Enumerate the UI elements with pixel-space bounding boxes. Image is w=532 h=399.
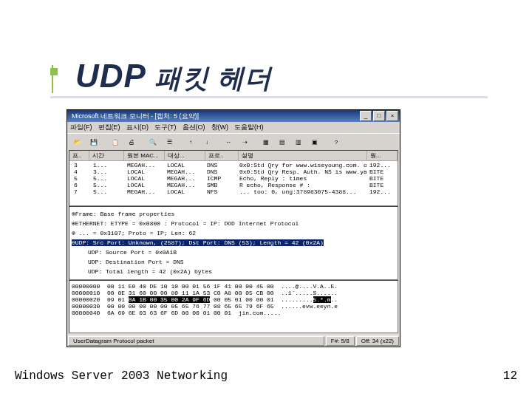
maximize-button[interactable]: □ bbox=[373, 111, 385, 121]
footer-left: Windows Server 2003 Networking bbox=[15, 369, 228, 383]
titlebar[interactable]: Microsoft 네트워크 모니터 - [캡처: 5 (요약)] _ □ × bbox=[67, 110, 400, 122]
decode-line[interactable]: UDP: Source Port = 0x0A1B bbox=[72, 248, 395, 257]
menubar: 파일(F) 편집(E) 표시(D) 도구(T) 옵션(O) 창(W) 도움말(H… bbox=[67, 122, 400, 133]
menu-help[interactable]: 도움말(H) bbox=[234, 123, 264, 132]
hex-line[interactable]: 00000000 00 11 E0 40 DE 10 10 00 01 56 1… bbox=[72, 283, 395, 290]
filter-icon[interactable]: ☰ bbox=[162, 135, 177, 149]
table-row[interactable]: 31...MEGAH...LOCALDNS0x0:Std Qry for www… bbox=[71, 162, 396, 168]
minimize-button[interactable]: _ bbox=[360, 111, 372, 121]
hex-icon[interactable]: ▥ bbox=[291, 135, 306, 149]
slide-title: UDP 패킷 헤더 bbox=[50, 58, 488, 97]
title-underline bbox=[50, 96, 488, 98]
combined-icon[interactable]: ▣ bbox=[307, 135, 322, 149]
save-icon[interactable]: 💾 bbox=[86, 135, 101, 149]
window-title: Microsoft 네트워크 모니터 - [캡처: 5 (요약)] bbox=[69, 112, 199, 121]
detail-icon[interactable]: ▤ bbox=[275, 135, 290, 149]
menu-edit[interactable]: 편집(E) bbox=[98, 123, 120, 132]
decode-line[interactable]: UDP: Total length = 42 (0x2A) bytes bbox=[72, 267, 395, 276]
bullet-icon bbox=[50, 68, 58, 75]
status-left: UserDatagram Protocol packet bbox=[68, 336, 324, 346]
table-row[interactable]: 65...LOCALMEGAH...SMBR echo, Response # … bbox=[71, 182, 396, 188]
menu-tools[interactable]: 도구(T) bbox=[154, 123, 177, 132]
down-icon[interactable]: ↓ bbox=[200, 135, 214, 149]
toolbar: 📂 💾 📋 🖨 🔍 ☰ ↑ ↓ ↔ ⇢ ▦ ▤ ▥ ▣ ? bbox=[67, 133, 400, 150]
summary-icon[interactable]: ▦ bbox=[259, 135, 273, 149]
menu-window[interactable]: 창(W) bbox=[211, 123, 229, 132]
menu-display[interactable]: 표시(D) bbox=[126, 123, 149, 132]
hex-line[interactable]: 00000030 00 00 00 00 00 00 05 65 76 77 0… bbox=[72, 303, 395, 310]
list-header: 프.. 시간 원본 MAC... 대상... 프로.. 설명 원... bbox=[69, 151, 398, 161]
status-mid: F#: 5/8 bbox=[326, 336, 355, 346]
decode-line[interactable]: ⊖UDP: Src Port: Unknown, (2587); Dst Por… bbox=[72, 238, 395, 248]
decode-line[interactable]: ⊕ ... = 0x3107; Proto = IP; Len: 62 bbox=[72, 228, 395, 238]
stream-icon[interactable]: ⇢ bbox=[237, 135, 252, 149]
decode-line[interactable]: UDP: UDP Checksum = 0x9F6D bbox=[72, 276, 395, 279]
decode-pane: ⊕Frame: Base frame properties⊕ETHERNET: … bbox=[69, 206, 398, 280]
hex-line[interactable]: 00000020 09 01 0A 1B 00 35 00 2A 9F 6D 0… bbox=[72, 296, 395, 303]
hex-line[interactable]: 00000010 00 0E 31 60 00 00 80 11 1A 53 C… bbox=[72, 290, 395, 296]
table-row[interactable]: 75...MEGAH...LOCALNFS... too: 0, ung:378… bbox=[71, 188, 396, 195]
up-icon[interactable]: ↑ bbox=[183, 135, 198, 149]
menu-file[interactable]: 파일(F) bbox=[70, 123, 92, 132]
decode-line[interactable]: ⊕ETHERNET: ETYPE = 0x0800 : Protocol = I… bbox=[72, 219, 395, 228]
goto-icon[interactable]: ↔ bbox=[221, 135, 236, 149]
help-icon[interactable]: ? bbox=[329, 135, 344, 149]
table-row[interactable]: 43...LOCALMEGAH...DNS0x0:Std Qry Resp. A… bbox=[71, 168, 396, 175]
find-icon[interactable]: 🔍 bbox=[146, 135, 160, 149]
packet-list[interactable]: 31...MEGAH...LOCALDNS0x0:Std Qry for www… bbox=[69, 161, 398, 205]
menu-options[interactable]: 옵션(O) bbox=[183, 123, 205, 132]
table-row[interactable]: 55...LOCALMEGAH...ICMPEcho, Reply : time… bbox=[71, 175, 396, 182]
hex-pane[interactable]: 00000000 00 11 E0 40 DE 10 10 00 01 56 1… bbox=[69, 280, 398, 333]
netmon-window: Microsoft 네트워크 모니터 - [캡처: 5 (요약)] _ □ × … bbox=[66, 109, 400, 347]
decode-line[interactable]: ⊕Frame: Base frame properties bbox=[72, 209, 395, 219]
title-udp: UDP bbox=[75, 58, 146, 94]
copy-icon[interactable]: 📋 bbox=[108, 135, 123, 149]
open-icon[interactable]: 📂 bbox=[70, 135, 85, 149]
close-button[interactable]: × bbox=[386, 111, 398, 121]
hex-line[interactable]: 00000040 6A 69 6E 03 63 6F 6D 00 00 01 0… bbox=[72, 310, 395, 316]
page-number: 12 bbox=[503, 369, 517, 383]
status-right: Off: 34 (x22) bbox=[356, 336, 399, 346]
packet-list-pane: 프.. 시간 원본 MAC... 대상... 프로.. 설명 원... 31..… bbox=[69, 150, 398, 206]
decode-line[interactable]: UDP: Destination Port = DNS bbox=[72, 257, 395, 267]
title-rest: 패킷 헤더 bbox=[154, 63, 272, 93]
statusbar: UserDatagram Protocol packet F#: 5/8 Off… bbox=[67, 335, 400, 347]
print-icon[interactable]: 🖨 bbox=[124, 135, 139, 149]
